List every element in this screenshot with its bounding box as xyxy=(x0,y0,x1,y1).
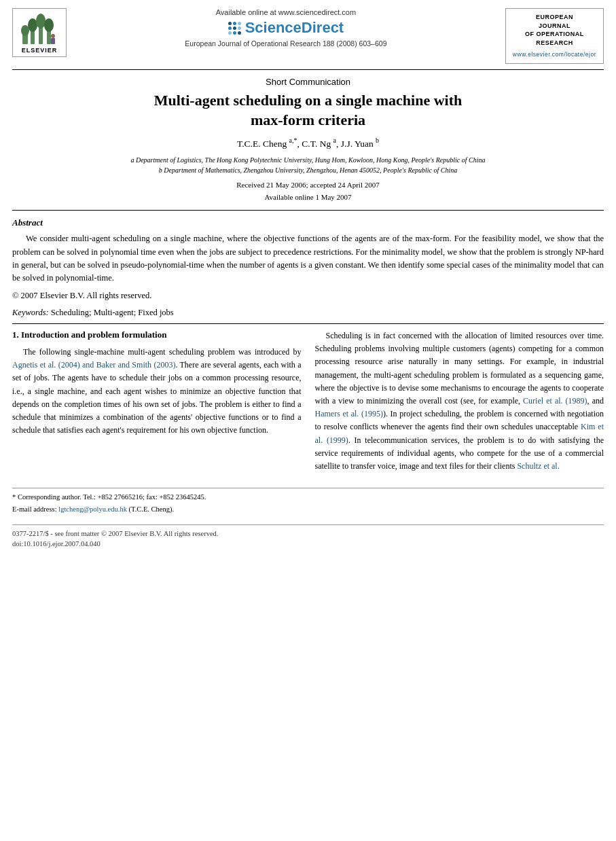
header-divider xyxy=(12,69,604,70)
col-right-text: Scheduling is in fact concerned with the… xyxy=(315,329,604,473)
affiliations: a Department of Logistics, The Hong Kong… xyxy=(41,155,575,175)
col-right: Scheduling is in fact concerned with the… xyxy=(315,329,604,477)
ejor-line-2: JOURNAL xyxy=(513,22,596,31)
received-date: Received 21 May 2006; accepted 24 April … xyxy=(0,179,616,192)
keywords-label: Keywords: xyxy=(12,308,49,317)
sd-dot-2 xyxy=(233,22,236,25)
sd-dot-1 xyxy=(228,22,232,25)
abstract-top-line xyxy=(12,210,604,211)
ref-curiel[interactable]: Curiel et al. (1989) xyxy=(523,396,587,406)
journal-subtitle: European Journal of Operational Research… xyxy=(185,39,386,48)
svg-point-3 xyxy=(28,18,37,32)
ejor-box: EUROPEAN JOURNAL OF OPERATIONAL RESEARCH… xyxy=(505,8,604,64)
section1-heading: 1. Introduction and problem formulation xyxy=(12,329,302,340)
authors-line: T.C.E. Cheng a,*, C.T. Ng a, J.J. Yuan b xyxy=(0,137,616,149)
keywords-text: Scheduling; Multi-agent; Fixed jobs xyxy=(51,308,174,317)
sd-dot-9 xyxy=(238,31,241,35)
footer-issn: 0377-2217/$ - see front matter © 2007 El… xyxy=(12,529,604,539)
affiliation-a: a Department of Logistics, The Hong Kong… xyxy=(41,155,575,165)
sd-dot-6 xyxy=(238,26,241,30)
header: ELSEVIER Available online at www.science… xyxy=(0,0,616,64)
sciencedirect-text: ScienceDirect xyxy=(245,19,344,37)
ejor-url[interactable]: www.elsevier.com/locate/ejor xyxy=(513,51,596,59)
sd-dot-7 xyxy=(228,31,232,35)
col-left-text: The following single-machine multi-agent… xyxy=(12,346,302,437)
footnote-star: * Corresponding author. Tel.: +852 27665… xyxy=(12,492,604,503)
ref-kim[interactable]: Kim et al. (1999) xyxy=(315,422,604,444)
sd-dot-4 xyxy=(228,26,232,30)
sciencedirect-logo: ScienceDirect xyxy=(228,19,344,37)
header-center: Available online at www.sciencedirect.co… xyxy=(73,8,499,48)
abstract-label: Abstract xyxy=(12,217,604,228)
available-online-date: Available online 1 May 2007 xyxy=(0,192,616,204)
affiliation-b: b Department of Mathematics, Zhengzhou U… xyxy=(41,165,575,175)
footer-doi: doi:10.1016/j.ejor.2007.04.040 xyxy=(12,539,604,550)
svg-point-1 xyxy=(21,25,29,36)
body-top-line xyxy=(12,323,604,324)
svg-point-8 xyxy=(51,34,55,38)
sd-dots-decoration xyxy=(228,22,241,35)
sd-dot-3 xyxy=(238,22,241,25)
svg-point-7 xyxy=(44,18,54,32)
page: ELSEVIER Available online at www.science… xyxy=(0,0,616,841)
ref-agnetis[interactable]: Agnetis et al. (2004) and Baker and Smit… xyxy=(12,360,175,370)
ref-schultz[interactable]: Schultz et al. xyxy=(517,461,559,471)
footnote-area: * Corresponding author. Tel.: +852 27665… xyxy=(12,488,604,515)
ejor-line-4: RESEARCH xyxy=(513,39,596,48)
left-para-1: The following single-machine multi-agent… xyxy=(12,346,302,437)
body-two-col: 1. Introduction and problem formulation … xyxy=(12,329,604,477)
ref-hamers[interactable]: Hamers et al. (1995) xyxy=(315,409,383,418)
available-online-text: Available online at www.sciencedirect.co… xyxy=(216,8,356,16)
svg-rect-9 xyxy=(51,38,55,44)
col-left: 1. Introduction and problem formulation … xyxy=(12,329,302,477)
svg-point-5 xyxy=(36,14,46,29)
page-footer: 0377-2217/$ - see front matter © 2007 El… xyxy=(12,524,604,550)
elsevier-logo: ELSEVIER xyxy=(12,8,67,57)
article-title: Multi-agent scheduling on a single machi… xyxy=(41,91,575,130)
right-para-1: Scheduling is in fact concerned with the… xyxy=(315,329,604,473)
footnote-email: E-mail address: lgtcheng@polyu.edu.hk (T… xyxy=(12,504,604,515)
sd-dot-8 xyxy=(233,31,236,35)
sd-dot-5 xyxy=(233,26,236,30)
received-dates: Received 21 May 2006; accepted 24 April … xyxy=(0,179,616,203)
abstract-copyright: © 2007 Elsevier B.V. All rights reserved… xyxy=(12,289,604,302)
keywords: Keywords: Scheduling; Multi-agent; Fixed… xyxy=(12,308,604,318)
email-link[interactable]: lgtcheng@polyu.edu.hk xyxy=(58,505,127,513)
abstract-section: Abstract We consider multi-agent schedul… xyxy=(12,217,604,318)
elsevier-label: ELSEVIER xyxy=(22,47,58,54)
article-type: Short Communication xyxy=(0,77,616,87)
ejor-line-3: OF OPERATIONAL xyxy=(513,30,596,39)
abstract-text: We consider multi-agent scheduling on a … xyxy=(12,232,604,285)
ejor-line-1: EUROPEAN xyxy=(513,13,596,22)
